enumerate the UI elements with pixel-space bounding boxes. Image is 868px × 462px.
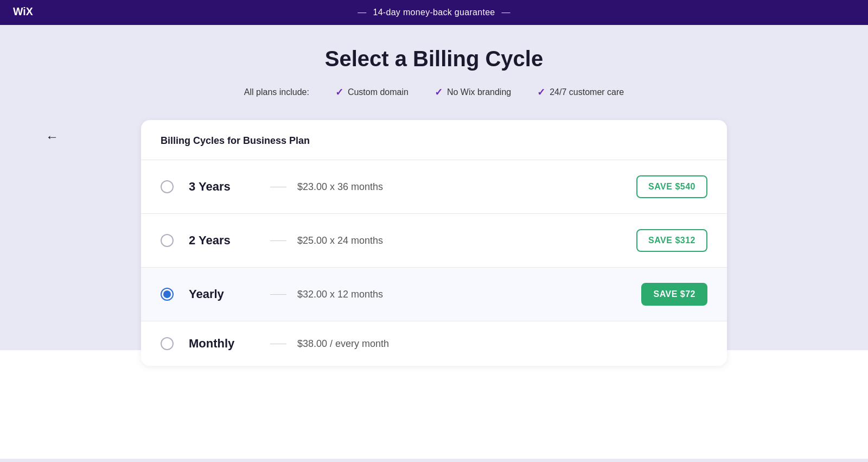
- billing-option-2-years[interactable]: 2 Years $25.00 x 24 months SAVE $312: [141, 214, 727, 268]
- all-plans-label: All plans include:: [244, 87, 309, 97]
- radio-monthly[interactable]: [161, 337, 174, 350]
- svg-text:WiX: WiX: [13, 6, 33, 17]
- option-label-monthly: Monthly: [189, 337, 259, 351]
- header-bar: WiX — 14-day money-back guarantee —: [0, 0, 868, 25]
- guarantee-text: 14-day money-back guarantee: [373, 8, 495, 17]
- option-price-yearly: $32.00 x 12 months: [297, 289, 641, 300]
- dash-right: —: [502, 8, 510, 17]
- billing-card: Billing Cycles for Business Plan 3 Years…: [141, 120, 727, 366]
- option-label-yearly: Yearly: [189, 287, 259, 301]
- dash-left: —: [358, 8, 366, 17]
- check-icon-customer-care: ✓: [537, 86, 545, 98]
- feature-custom-domain-label: Custom domain: [348, 87, 409, 97]
- option-price-3-years: $23.00 x 36 months: [297, 181, 636, 193]
- lower-bg-decoration: [0, 350, 868, 459]
- option-label-2-years: 2 Years: [189, 233, 259, 248]
- billing-option-3-years[interactable]: 3 Years $23.00 x 36 months SAVE $540: [141, 160, 727, 214]
- main-content: Select a Billing Cycle ← All plans inclu…: [0, 25, 868, 459]
- wix-logo-icon: WiX: [13, 6, 41, 17]
- features-bar: All plans include: ✓ Custom domain ✓ No …: [0, 86, 868, 98]
- option-price-monthly: $38.00 / every month: [297, 338, 707, 350]
- logo: WiX: [13, 6, 41, 19]
- radio-2-years[interactable]: [161, 234, 174, 247]
- divider-2-years: [270, 241, 286, 241]
- feature-customer-care-label: 24/7 customer care: [550, 87, 624, 97]
- divider-monthly: [270, 344, 286, 344]
- save-badge-3-years[interactable]: SAVE $540: [636, 175, 707, 198]
- billing-card-title: Billing Cycles for Business Plan: [161, 135, 707, 147]
- feature-customer-care: ✓ 24/7 customer care: [537, 86, 624, 98]
- billing-card-header: Billing Cycles for Business Plan: [141, 120, 727, 160]
- option-price-2-years: $25.00 x 24 months: [297, 235, 636, 246]
- radio-yearly[interactable]: [161, 288, 174, 301]
- check-icon-no-wix-branding: ✓: [435, 86, 443, 98]
- back-button[interactable]: ←: [43, 127, 61, 147]
- page-title: Select a Billing Cycle: [0, 47, 868, 71]
- billing-option-monthly[interactable]: Monthly $38.00 / every month: [141, 321, 727, 366]
- save-badge-yearly[interactable]: SAVE $72: [641, 283, 707, 306]
- save-badge-2-years[interactable]: SAVE $312: [636, 229, 707, 252]
- feature-custom-domain: ✓ Custom domain: [335, 86, 409, 98]
- feature-no-wix-branding-label: No Wix branding: [447, 87, 511, 97]
- option-label-3-years: 3 Years: [189, 180, 259, 194]
- billing-option-yearly[interactable]: Yearly $32.00 x 12 months SAVE $72: [141, 268, 727, 321]
- radio-inner-yearly: [163, 290, 171, 298]
- divider-yearly: [270, 294, 286, 295]
- feature-no-wix-branding: ✓ No Wix branding: [435, 86, 511, 98]
- divider-3-years: [270, 187, 286, 187]
- radio-3-years[interactable]: [161, 180, 174, 193]
- check-icon-custom-domain: ✓: [335, 86, 343, 98]
- guarantee-text-container: — 14-day money-back guarantee —: [358, 8, 510, 17]
